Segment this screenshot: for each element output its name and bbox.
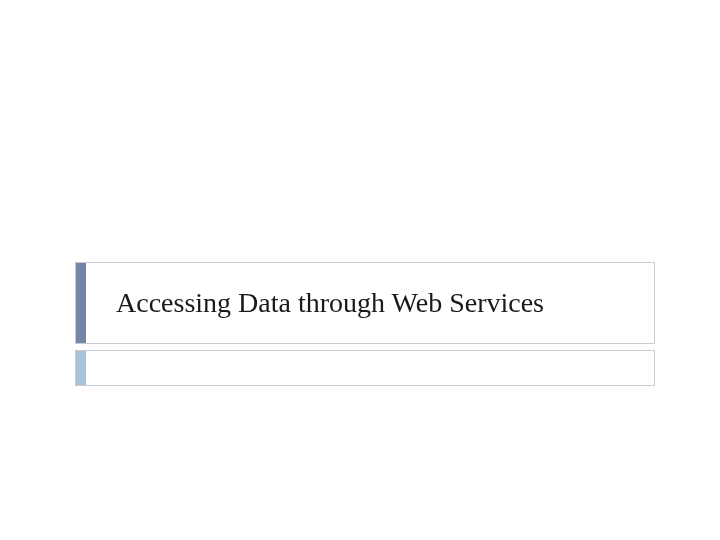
slide-subtitle <box>86 351 654 385</box>
slide-title: Accessing Data through Web Services <box>86 263 654 343</box>
slide-content: Accessing Data through Web Services <box>75 262 655 386</box>
subtitle-accent-bar <box>76 351 86 385</box>
title-box: Accessing Data through Web Services <box>75 262 655 344</box>
subtitle-box <box>75 350 655 386</box>
title-accent-bar <box>76 263 86 343</box>
